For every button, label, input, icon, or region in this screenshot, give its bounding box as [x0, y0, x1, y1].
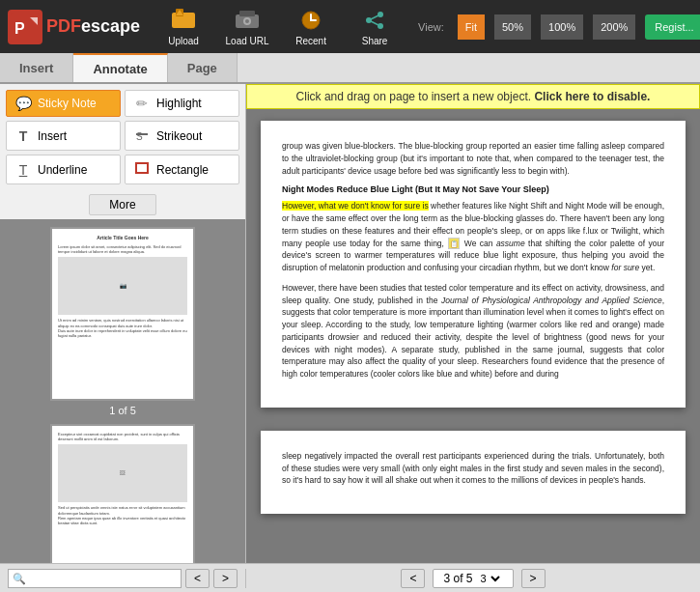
- share-icon: [359, 7, 390, 34]
- pdf-para-3: However, there have been studies that te…: [282, 282, 664, 381]
- upload-button[interactable]: Upload: [159, 7, 208, 46]
- prev-page-button[interactable]: <: [401, 569, 425, 588]
- thumbnail-2[interactable]: Excepteur sint occaecat cupidatat non pr…: [50, 424, 195, 563]
- pdf-page2-para1: sleep negatively impacted the overall re…: [282, 450, 664, 487]
- left-panel: 💬 Sticky Note ✏ Highlight T Insert S Str…: [0, 84, 246, 563]
- insert-icon: T: [14, 128, 32, 144]
- insert-tool[interactable]: T Insert: [6, 121, 121, 151]
- strikeout-tool[interactable]: S Strikeout: [125, 121, 239, 151]
- tab-page[interactable]: Page: [168, 53, 238, 82]
- view-fit-button[interactable]: Fit: [458, 14, 485, 40]
- svg-rect-7: [239, 11, 255, 16]
- logo-text: PDFescape: [46, 16, 140, 37]
- highlight-tool[interactable]: ✏ Highlight: [125, 90, 239, 117]
- view-50-button[interactable]: 50%: [494, 14, 531, 40]
- recent-icon: [295, 7, 326, 34]
- next-page-button[interactable]: >: [521, 569, 546, 588]
- info-bar: Click and drag on page to insert a new o…: [246, 84, 700, 109]
- share-button[interactable]: Share: [350, 7, 399, 46]
- pdf-page-1: group was given blue-blockers. The blue-…: [261, 121, 686, 408]
- register-button[interactable]: Regist...: [645, 14, 700, 40]
- underline-icon: T: [14, 162, 32, 178]
- underline-tool[interactable]: T Underline: [6, 155, 121, 184]
- bottom-right: < 3 of 5 12345 >: [246, 569, 700, 588]
- sticky-note-icon: 💬: [14, 96, 32, 111]
- prev-page-left-button[interactable]: <: [185, 569, 210, 588]
- more-button[interactable]: More: [89, 194, 155, 215]
- highlight-icon: ✏: [133, 96, 151, 111]
- rectangle-tool[interactable]: Rectangle: [125, 155, 239, 184]
- thumb-page-2[interactable]: Excepteur sint occaecat cupidatat non pr…: [50, 424, 195, 563]
- svg-line-15: [369, 20, 380, 26]
- thumbnails-panel: Article Title Goes Here Lorem ipsum dolo…: [0, 219, 245, 563]
- sticky-note-tool[interactable]: 💬 Sticky Note: [6, 90, 121, 117]
- pdf-heading-1: Night Modes Reduce Blue Light (But It Ma…: [282, 184, 664, 194]
- page-select[interactable]: 12345: [477, 572, 503, 585]
- pdf-para-1: group was given blue-blockers. The blue-…: [282, 140, 664, 177]
- thumb-1-label: 1 of 5: [109, 405, 136, 416]
- bottom-left: < >: [0, 569, 246, 588]
- tab-annotate[interactable]: Annotate: [73, 53, 167, 82]
- tools-grid: 💬 Sticky Note ✏ Highlight T Insert S Str…: [0, 84, 245, 190]
- pdf-para-2: However, what we don't know for sure is …: [282, 200, 664, 274]
- highlight-text-1: However, what we don't know for sure is: [282, 201, 429, 211]
- view-200-button[interactable]: 200%: [593, 14, 635, 40]
- strikeout-icon: S: [133, 127, 151, 145]
- page-indicator-text: 3 of 5: [443, 572, 472, 585]
- view-label: View:: [418, 21, 444, 33]
- svg-point-9: [245, 19, 249, 23]
- thumb-page-1[interactable]: Article Title Goes Here Lorem ipsum dolo…: [50, 227, 195, 401]
- view-100-button[interactable]: 100%: [541, 14, 583, 40]
- svg-text:P: P: [14, 20, 25, 37]
- upload-icon: [168, 7, 199, 34]
- recent-button[interactable]: Recent: [287, 7, 335, 46]
- header: P PDFescape Upload: [0, 0, 700, 53]
- next-page-left-button[interactable]: >: [213, 569, 238, 588]
- tab-bar: Insert Annotate Page: [0, 53, 700, 84]
- page-indicator: 3 of 5 12345: [433, 569, 513, 588]
- disable-link[interactable]: Click here to disable.: [534, 90, 650, 103]
- svg-line-14: [369, 14, 380, 20]
- svg-rect-18: [136, 163, 148, 173]
- load-url-button[interactable]: Load URL: [223, 7, 271, 46]
- load-url-icon: [232, 7, 263, 34]
- svg-text:S: S: [136, 131, 143, 142]
- pdf-page-2: sleep negatively impacted the overall re…: [261, 431, 686, 514]
- tab-insert[interactable]: Insert: [0, 53, 73, 82]
- rectangle-icon: [133, 160, 151, 179]
- thumbnail-1[interactable]: Article Title Goes Here Lorem ipsum dolo…: [50, 227, 195, 416]
- search-input[interactable]: [8, 569, 182, 588]
- logo-icon: P: [8, 10, 42, 44]
- logo: P PDFescape: [8, 10, 140, 44]
- bottom-bar: < > < 3 of 5 12345 >: [0, 563, 700, 592]
- pdf-viewer: Click and drag on page to insert a new o…: [246, 84, 700, 563]
- sticky-note-inline: 📋: [448, 238, 460, 249]
